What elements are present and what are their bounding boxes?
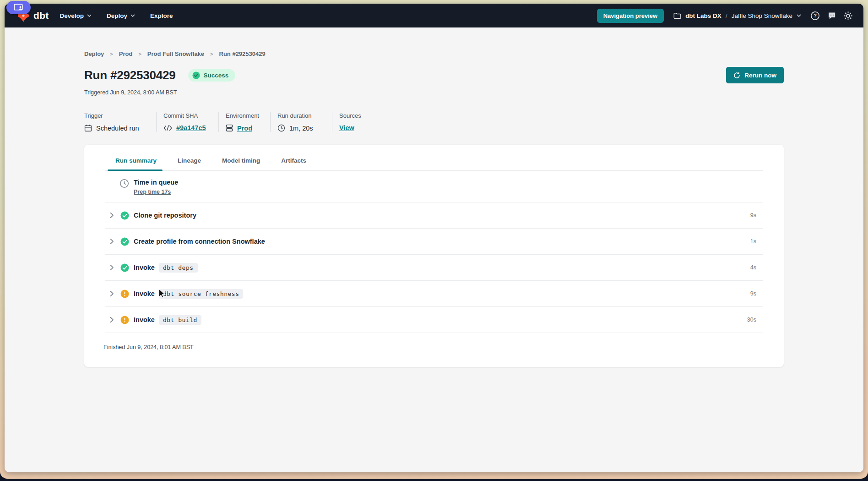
- meta-label: Sources: [339, 112, 361, 119]
- run-steps-list: Time in queue Prep time 17s Clone git re…: [105, 171, 763, 333]
- meta-text: 1m, 20s: [289, 125, 313, 132]
- meta-run-duration: Run duration 1m, 20s: [271, 112, 332, 132]
- time-in-queue-row: Time in queue Prep time 17s: [105, 171, 763, 202]
- status-badge: Success: [188, 69, 236, 82]
- meta-label: Trigger: [84, 112, 144, 119]
- success-check-icon: [192, 71, 200, 79]
- meta-value: 1m, 20s: [277, 124, 320, 132]
- refresh-icon: [733, 72, 740, 79]
- step-row-invoke-dbt-source-freshness: Invoke dbt source freshness 9s: [105, 281, 763, 307]
- breadcrumb-item-run-292530429[interactable]: Run #292530429: [219, 50, 266, 57]
- expand-chevron-icon[interactable]: [110, 290, 116, 297]
- nav-menu-explore[interactable]: Explore: [150, 12, 173, 19]
- main-nav: Develop Deploy Explore: [60, 12, 188, 19]
- step-duration: 9s: [750, 212, 756, 219]
- success-check-icon: [120, 263, 129, 272]
- chevron-down-icon: [130, 14, 135, 17]
- step-label: Invoke dbt build: [134, 315, 201, 325]
- folder-icon: [673, 12, 681, 19]
- expand-chevron-icon[interactable]: [110, 238, 116, 245]
- finished-timestamp: Finished Jun 9, 2024, 8:01 AM BST: [84, 333, 784, 367]
- code-icon: [163, 125, 172, 131]
- meta-value: Scheduled run: [84, 124, 144, 132]
- breadcrumb-separator-icon: >: [210, 51, 213, 57]
- expand-chevron-icon[interactable]: [110, 264, 116, 271]
- meta-label: Run duration: [277, 112, 320, 119]
- step-duration: 30s: [747, 317, 756, 323]
- step-duration: 9s: [750, 290, 756, 297]
- help-button[interactable]: ?: [809, 10, 821, 22]
- step-duration: 4s: [750, 264, 756, 271]
- settings-gear-icon: [843, 11, 853, 21]
- feedback-button[interactable]: [825, 10, 838, 22]
- project-selector[interactable]: dbt Labs DX / Jaffle Shop Snowflake: [673, 12, 801, 19]
- warning-icon: [120, 316, 129, 324]
- rerun-now-button[interactable]: Rerun now: [726, 67, 784, 83]
- meta-label: Environment: [226, 112, 258, 119]
- breadcrumb-separator-icon: >: [138, 51, 141, 57]
- command-chip: dbt source freshness: [159, 289, 244, 299]
- status-badge-label: Success: [204, 72, 229, 79]
- step-label: Invoke dbt source freshness: [134, 289, 243, 299]
- screen-share-badge[interactable]: [6, 1, 31, 14]
- tab-run-summary[interactable]: Run summary: [115, 157, 157, 170]
- meta-trigger: Trigger Scheduled run: [84, 112, 157, 132]
- meta-environment: Environment Prod: [219, 112, 271, 132]
- navbar-right: Navigation preview dbt Labs DX / Jaffle …: [597, 9, 854, 23]
- steps-container: Clone git repository 9s Create profile f…: [105, 202, 763, 333]
- run-meta-row: Trigger Scheduled run Commit SHA #9a147c…: [84, 112, 784, 132]
- meta-text: Scheduled run: [96, 125, 139, 132]
- navigation-preview-button[interactable]: Navigation preview: [597, 9, 664, 23]
- nav-menu-develop[interactable]: Develop: [60, 12, 92, 19]
- meta-link-prod[interactable]: Prod: [237, 125, 252, 132]
- meta-commit-sha: Commit SHA #9a147c5: [157, 112, 219, 132]
- breadcrumb-item-prod-full-snowflake[interactable]: Prod Full Snowflake: [147, 50, 204, 57]
- monitor-user-icon: [14, 4, 24, 11]
- chevron-down-icon: [797, 14, 801, 17]
- meta-link-9a147c5[interactable]: #9a147c5: [176, 124, 206, 131]
- run-summary-card: Run summaryLineageModel timingArtifacts …: [84, 145, 784, 367]
- feedback-icon: [827, 11, 836, 20]
- step-label: Clone git repository: [134, 212, 196, 219]
- meta-sources: Sources View: [332, 112, 373, 132]
- nav-menu-deploy[interactable]: Deploy: [107, 12, 135, 19]
- project-name: Jaffle Shop Snowflake: [732, 12, 792, 19]
- warning-icon: [120, 290, 129, 298]
- command-chip: dbt deps: [159, 263, 198, 273]
- meta-value: View: [339, 124, 361, 131]
- meta-link-view[interactable]: View: [339, 124, 354, 131]
- tab-lineage[interactable]: Lineage: [178, 157, 201, 170]
- tab-model-timing[interactable]: Model timing: [222, 157, 260, 170]
- breadcrumb: Deploy>Prod>Prod Full Snowflake>Run #292…: [84, 50, 784, 57]
- main-content: Deploy>Prod>Prod Full Snowflake>Run #292…: [5, 27, 863, 367]
- environment-icon: [226, 124, 233, 132]
- tab-bar: Run summaryLineageModel timingArtifacts: [105, 145, 763, 171]
- stopwatch-icon: [119, 179, 129, 188]
- top-navbar: dbt Develop Deploy Explore Navigation pr…: [5, 4, 863, 27]
- app-window: dbt Develop Deploy Explore Navigation pr…: [5, 4, 863, 472]
- breadcrumb-item-prod[interactable]: Prod: [119, 50, 133, 57]
- prep-time-link[interactable]: Prep time 17s: [134, 189, 171, 195]
- title-row: Run #292530429 Success Rerun: [84, 67, 784, 83]
- rerun-now-label: Rerun now: [744, 72, 776, 79]
- time-in-queue-title: Time in queue: [134, 179, 178, 186]
- breadcrumb-separator-icon: >: [110, 51, 113, 57]
- breadcrumb-item-deploy[interactable]: Deploy: [84, 50, 104, 57]
- help-icon: ?: [810, 11, 820, 21]
- meta-label: Commit SHA: [163, 112, 206, 119]
- wallpaper-frame: dbt Develop Deploy Explore Navigation pr…: [0, 0, 868, 479]
- step-duration: 1s: [750, 238, 756, 245]
- expand-chevron-icon[interactable]: [110, 317, 116, 323]
- svg-text:?: ?: [814, 13, 817, 18]
- time-in-queue-text: Time in queue Prep time 17s: [134, 179, 178, 196]
- command-chip: dbt build: [159, 315, 201, 325]
- success-check-icon: [120, 211, 129, 220]
- settings-button[interactable]: [842, 10, 854, 22]
- meta-value: #9a147c5: [163, 124, 206, 131]
- dbt-logo-text: dbt: [33, 10, 49, 21]
- meta-value: Prod: [226, 124, 258, 132]
- success-check-icon: [120, 237, 129, 246]
- expand-chevron-icon[interactable]: [110, 212, 116, 219]
- tab-artifacts[interactable]: Artifacts: [281, 157, 306, 170]
- screenshot-stage: dbt Develop Deploy Explore Navigation pr…: [0, 0, 868, 481]
